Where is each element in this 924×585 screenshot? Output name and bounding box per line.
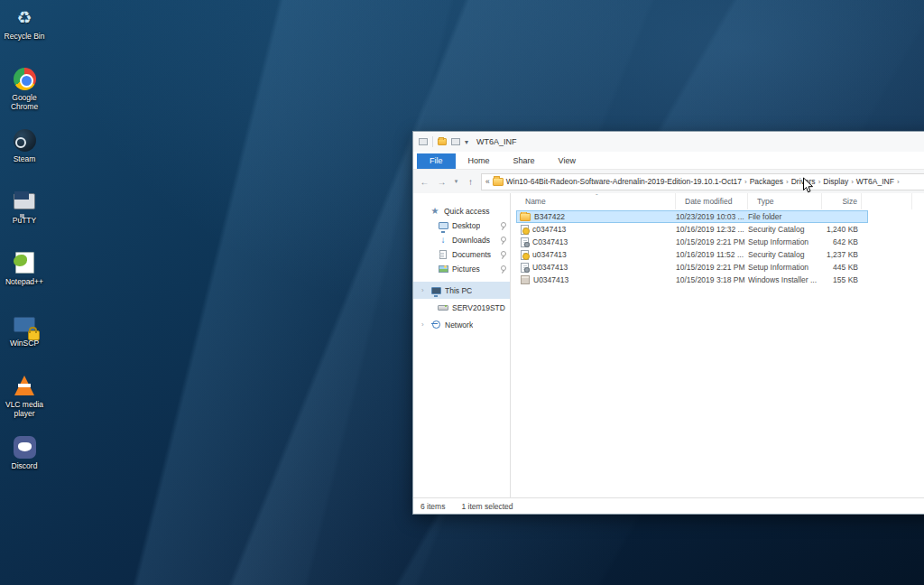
downloads-icon: ↓ <box>438 236 448 246</box>
file-size: 155 KB <box>822 275 862 284</box>
desktop-icon-discord[interactable]: Discord <box>2 434 47 489</box>
file-type: Windows Installer ... <box>748 275 822 284</box>
new-folder-icon[interactable] <box>451 138 460 145</box>
desktop-folder-icon <box>438 221 448 231</box>
desktop-icon-google-chrome[interactable]: Google Chrome <box>2 66 47 121</box>
navigation-pane: ★ Quick access Desktop ↓ Downloads Docum… <box>413 193 511 497</box>
explorer-content: ★ Quick access Desktop ↓ Downloads Docum… <box>413 193 924 497</box>
file-name: C0347413 <box>532 237 568 246</box>
breadcrumb[interactable]: « Win10-64Bit-Radeon-Software-Adrenalin-… <box>481 173 924 190</box>
sidebar-item-downloads[interactable]: ↓ Downloads <box>413 233 510 247</box>
file-name-cell: B347422 <box>516 212 676 221</box>
file-row[interactable]: U0347413 10/15/2019 2:21 PM Setup Inform… <box>516 261 868 274</box>
breadcrumb-item[interactable]: Display <box>823 177 848 186</box>
sidebar-item-label: Quick access <box>444 207 490 216</box>
file-type: Setup Information <box>748 237 822 246</box>
file-row[interactable]: c0347413 10/16/2019 12:32 ... Security C… <box>516 223 868 236</box>
file-size: 445 KB <box>822 263 862 272</box>
column-header-type[interactable]: Type <box>748 193 822 209</box>
file-date: 10/15/2019 2:21 PM <box>676 237 748 246</box>
breadcrumb-item[interactable]: WT6A_INF <box>856 177 894 186</box>
sidebar-item-label: Network <box>445 320 473 330</box>
column-header-date-modified[interactable]: Date modified <box>676 193 748 209</box>
sidebar-item-desktop[interactable]: Desktop <box>413 218 510 233</box>
desktop-icon-vlc[interactable]: VLC media player <box>2 373 47 428</box>
titlebar[interactable]: ▾ WT6A_INF <box>413 132 924 152</box>
sidebar-item-network[interactable]: › Network <box>413 316 510 333</box>
selected-count: 1 item selected <box>461 502 513 511</box>
chevron-right-icon: › <box>851 178 854 186</box>
back-button[interactable]: ← <box>418 177 431 187</box>
file-date: 10/16/2019 12:32 ... <box>676 225 748 234</box>
window-title: WT6A_INF <box>476 137 517 146</box>
file-name-cell: c0347413 <box>516 225 676 235</box>
sidebar-item-quick-access[interactable]: ★ Quick access <box>413 204 510 218</box>
properties-icon[interactable] <box>419 138 428 145</box>
breadcrumb-item[interactable]: Win10-64Bit-Radeon-Software-Adrenalin-20… <box>506 177 742 186</box>
file-row[interactable]: C0347413 10/15/2019 2:21 PM Setup Inform… <box>516 236 868 248</box>
tab-share[interactable]: Share <box>503 153 546 169</box>
this-pc-icon <box>430 285 441 295</box>
file-date: 10/23/2019 10:03 ... <box>676 212 748 221</box>
desktop-icon-label: Recycle Bin <box>5 32 45 41</box>
column-header-label: Date modified <box>685 197 732 206</box>
file-name: U0347413 <box>533 275 568 284</box>
chevron-right-icon: › <box>744 178 747 186</box>
sort-ascending-icon: ˆ <box>596 193 598 200</box>
file-name-cell: U0347413 <box>516 263 676 273</box>
sidebar-item-label: Desktop <box>452 221 480 230</box>
address-bar: ← → ▾ ↑ « Win10-64Bit-Radeon-Software-Ad… <box>413 170 924 193</box>
forward-button[interactable]: → <box>435 177 448 187</box>
sidebar-item-drive-d[interactable]: SERV2019STD (D:) <box>413 299 510 316</box>
up-button[interactable]: ↑ <box>464 177 477 187</box>
qat-separator <box>432 136 433 147</box>
qat-customize-icon[interactable]: ▾ <box>465 138 468 146</box>
chevron-right-icon: › <box>897 178 900 186</box>
chevron-right-icon[interactable]: › <box>421 320 427 329</box>
file-row[interactable]: B347422 10/23/2019 10:03 ... File folder <box>516 210 868 223</box>
breadcrumb-overflow-icon[interactable]: « <box>485 177 490 186</box>
file-name: u0347413 <box>532 250 567 259</box>
desktop-icon-label: VLC media player <box>2 400 47 418</box>
sidebar-item-documents[interactable]: Documents <box>413 247 510 262</box>
steam-icon <box>14 129 36 152</box>
sidebar-item-label: Documents <box>452 250 491 259</box>
network-icon <box>430 320 441 330</box>
desktop-icon-label: Notepad++ <box>5 277 43 286</box>
sidebar-item-pictures[interactable]: Pictures <box>413 262 510 276</box>
file-name-cell: U0347413 <box>516 275 676 284</box>
file-type: Security Catalog <box>748 225 822 234</box>
column-headers: ˆ Name Date modified Type Size <box>516 193 924 209</box>
sidebar-item-label: This PC <box>445 286 472 295</box>
items-count: 6 items <box>420 502 445 511</box>
chevron-right-icon[interactable]: › <box>421 286 427 294</box>
mouse-cursor <box>802 177 814 194</box>
drive-icon <box>438 302 448 312</box>
file-list: B347422 10/23/2019 10:03 ... File folder… <box>516 209 924 497</box>
recycle-bin-icon: ♻ <box>11 5 38 30</box>
putty-icon <box>14 193 35 209</box>
desktop-icon-winscp[interactable]: WinSCP <box>2 311 47 367</box>
vlc-icon <box>14 376 34 395</box>
notepad-plus-plus-icon <box>15 252 34 274</box>
explorer-window: ▾ WT6A_INF File Home Share View ← → ▾ ↑ … <box>412 131 924 515</box>
desktop-icon-notepad-plus-plus[interactable]: Notepad++ <box>2 250 47 305</box>
desktop-icon-recycle-bin[interactable]: ♻ Recycle Bin <box>2 5 47 60</box>
tab-home[interactable]: Home <box>457 153 501 169</box>
file-date: 10/15/2019 2:21 PM <box>676 263 748 272</box>
desktop-icon-steam[interactable]: Steam <box>2 127 47 182</box>
desktop-icon-label: Discord <box>12 461 38 470</box>
file-row[interactable]: U0347413 10/15/2019 3:18 PM Windows Inst… <box>516 274 868 286</box>
discord-icon <box>14 436 36 459</box>
tab-file[interactable]: File <box>417 153 456 169</box>
setup-information-icon <box>521 237 529 247</box>
chrome-icon <box>14 68 36 90</box>
recent-locations-button[interactable]: ▾ <box>452 178 460 185</box>
breadcrumb-item[interactable]: Packages <box>750 177 783 186</box>
tab-view[interactable]: View <box>548 153 587 169</box>
column-header-name[interactable]: ˆ Name <box>516 193 676 209</box>
file-row[interactable]: u0347413 10/16/2019 11:52 ... Security C… <box>516 248 868 261</box>
column-header-size[interactable]: Size <box>822 193 862 209</box>
sidebar-item-this-pc[interactable]: › This PC <box>413 282 510 299</box>
desktop-icon-putty[interactable]: PuTTY <box>2 189 47 244</box>
